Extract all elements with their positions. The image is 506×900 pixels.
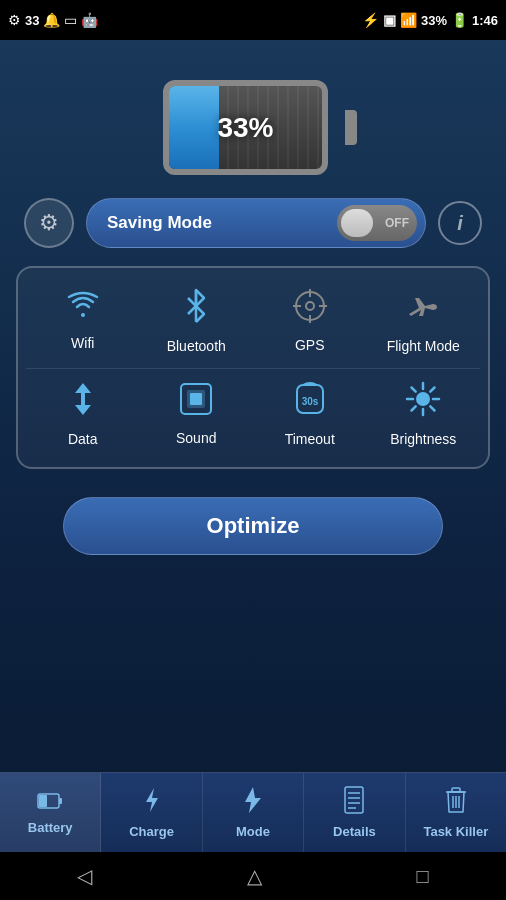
battery-terminal: [345, 110, 357, 145]
bluetooth-status-icon: ⚡: [362, 12, 379, 28]
mode-nav-icon: [242, 786, 264, 820]
nav-mode[interactable]: Mode: [203, 773, 304, 852]
gps-label: GPS: [295, 337, 325, 353]
charge-nav-label: Charge: [129, 824, 174, 839]
details-nav-icon: [343, 786, 365, 820]
battery-fill: [169, 86, 219, 169]
info-button[interactable]: i: [438, 201, 482, 245]
svg-point-11: [416, 392, 430, 406]
gps-toggle[interactable]: GPS: [265, 289, 355, 353]
flight-mode-icon: [405, 288, 441, 332]
bluetooth-icon: [182, 288, 210, 332]
flight-mode-label: Flight Mode: [387, 338, 460, 354]
status-right-icons: ⚡ ▣ 📶 33% 🔋 1:46: [362, 12, 498, 28]
data-icon: [69, 381, 97, 425]
toggles-row-1: Wifi Bluetooth: [26, 282, 480, 369]
svg-rect-8: [190, 393, 202, 405]
task-killer-nav-label: Task Killer: [423, 824, 488, 839]
nav-charge[interactable]: Charge: [101, 773, 202, 852]
svg-line-18: [431, 388, 435, 392]
wifi-toggle[interactable]: Wifi: [38, 291, 128, 351]
battery-status-icon: 🔋: [451, 12, 468, 28]
timeout-icon: 30s: [293, 381, 327, 425]
nav-details[interactable]: Details: [304, 773, 405, 852]
details-nav-label: Details: [333, 824, 376, 839]
battery-nav-label: Battery: [28, 820, 73, 835]
battery-percent-status: 33%: [421, 13, 447, 28]
charge-nav-icon: [142, 786, 162, 820]
svg-line-17: [431, 406, 435, 410]
data-label: Data: [68, 431, 98, 447]
brightness-label: Brightness: [390, 431, 456, 447]
battery-nav-icon: [37, 790, 63, 816]
bluetooth-label: Bluetooth: [167, 338, 226, 354]
quick-toggles: Wifi Bluetooth: [16, 266, 490, 469]
timeout-label: Timeout: [285, 431, 335, 447]
status-left-icons: ⚙ 33 🔔 ▭ 🤖: [8, 12, 98, 28]
bluetooth-toggle[interactable]: Bluetooth: [151, 288, 241, 354]
svg-rect-23: [345, 787, 363, 813]
sound-toggle[interactable]: Sound: [151, 382, 241, 446]
svg-text:30s: 30s: [301, 396, 318, 407]
status-bar: ⚙ 33 🔔 ▭ 🤖 ⚡ ▣ 📶 33% 🔋 1:46: [0, 0, 506, 40]
battery-outer: 33%: [163, 80, 328, 175]
svg-point-1: [306, 302, 314, 310]
toggles-row-2: Data Sound 30s: [26, 375, 480, 453]
mode-nav-label: Mode: [236, 824, 270, 839]
settings-button[interactable]: ⚙: [24, 198, 74, 248]
flight-mode-toggle[interactable]: Flight Mode: [378, 288, 468, 354]
brightness-toggle[interactable]: Brightness: [378, 381, 468, 447]
battery-percentage-label: 33%: [217, 112, 273, 144]
saving-mode-bar: ⚙ Saving Mode OFF i: [16, 198, 490, 248]
bottom-nav: Battery Charge Mode Details: [0, 772, 506, 852]
optimize-button[interactable]: Optimize: [63, 497, 442, 555]
home-button[interactable]: △: [247, 864, 262, 888]
toggle-knob: [341, 209, 373, 237]
data-toggle[interactable]: Data: [38, 381, 128, 447]
battery-display: 33%: [163, 80, 343, 180]
nav-battery[interactable]: Battery: [0, 773, 101, 852]
saving-mode-toggle[interactable]: Saving Mode OFF: [86, 198, 426, 248]
main-content: 33% ⚙ Saving Mode OFF i: [0, 40, 506, 790]
gps-icon: [293, 289, 327, 331]
signal-icon: 📶: [400, 12, 417, 28]
svg-line-16: [412, 388, 416, 392]
recent-apps-button[interactable]: □: [417, 865, 429, 888]
toggle-state-label: OFF: [385, 216, 409, 230]
svg-rect-21: [39, 795, 47, 807]
saving-mode-label: Saving Mode: [107, 213, 212, 233]
back-button[interactable]: ◁: [77, 864, 92, 888]
svg-rect-29: [452, 788, 460, 792]
task-killer-nav-icon: [445, 786, 467, 820]
brightness-icon: [405, 381, 441, 425]
nav-task-killer[interactable]: Task Killer: [406, 773, 506, 852]
screen-icon: ▭: [64, 12, 77, 28]
wifi-label: Wifi: [71, 335, 94, 351]
toggle-switch[interactable]: OFF: [337, 205, 417, 241]
android-icon: 🤖: [81, 12, 98, 28]
notification-count: 33: [25, 13, 39, 28]
optimize-label: Optimize: [207, 513, 300, 539]
sound-label: Sound: [176, 430, 216, 446]
battery-visual: 33%: [163, 80, 343, 180]
svg-line-19: [412, 406, 416, 410]
svg-rect-22: [59, 798, 62, 804]
wifi-icon: [65, 291, 101, 329]
sound-icon: [179, 382, 213, 424]
system-nav: ◁ △ □: [0, 852, 506, 900]
notification-icon: 🔔: [43, 12, 60, 28]
clock: 1:46: [472, 13, 498, 28]
nfc-icon: ▣: [383, 12, 396, 28]
timeout-toggle[interactable]: 30s Timeout: [265, 381, 355, 447]
usb-icon: ⚙: [8, 12, 21, 28]
